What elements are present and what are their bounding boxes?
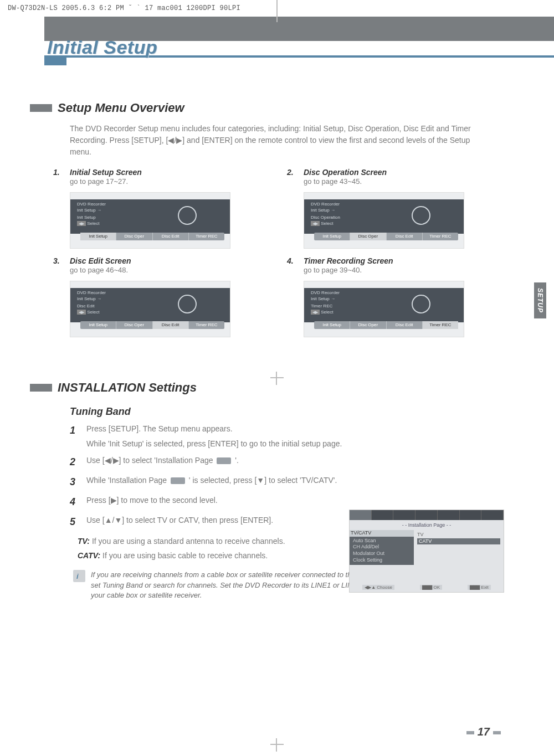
screen-title: Disc Edit Screen [70,256,131,265]
thumb-sublabel: Disc Operation [311,215,340,220]
thumbnail-disc-edit: DVD RecorderInit Setup → Disc Edit◀▶ Sel… [70,281,230,337]
panel-tab-icon [438,510,460,520]
crop-mark-bottom [270,738,284,752]
thumb-select-label: Select [321,310,333,315]
step-number: 3 [70,475,79,489]
step-line: Press [SETUP]. The Setup menu appears. [86,423,342,434]
panel-right-item: CATV [417,538,500,545]
thumb-label2: Init Setup → [311,208,335,213]
step-line: Use [◀/▶] to select 'Installation Page [86,456,215,465]
step-body: Use [◀/▶] to select 'Installation Page '… [86,455,239,469]
step-number: 5 [70,515,79,529]
thumb-label: DVD Recorder [311,290,340,295]
screen-title: Timer Recording Screen [304,256,393,265]
thumb-tab: Timer REC [189,321,224,329]
thumb-sublabel: Disc Edit [77,304,95,308]
step-line: ' is selected, press [▼] to select 'TV/C… [187,476,337,485]
subsection-tuning-band: Tuning Band [70,406,501,418]
thumb-sublabel: Timer REC [311,304,332,308]
catv-label: CATV: [78,551,100,560]
installation-page-icon [171,477,185,484]
panel-tab-icon [372,510,394,520]
screen-subtitle: go to page 43~45. [304,177,501,187]
step-line: While 'Installation Page [86,476,169,485]
thumb-tab: Init Setup [80,233,116,240]
thumb-tab: Disc Edit [153,321,189,329]
panel-right-list: TV CATV [414,530,504,565]
page-number: 17 [463,726,504,738]
thumb-tab: Disc Oper [116,233,152,240]
thumbnail-init-setup: DVD RecorderInit Setup → Init Setup◀▶ Se… [70,192,230,249]
thumb-label: DVD Recorder [311,202,340,207]
section-title-installation: INSTALLATION Settings [58,380,197,395]
thumb-tab: Timer REC [423,321,458,329]
section-bar [30,104,52,112]
screen-title: Initial Setup Screen [70,168,142,177]
thumbnail-disc-operation: DVD RecorderInit Setup → Disc Operation◀… [304,192,464,249]
thumb-icon [178,206,197,225]
panel-tab-strip [350,510,504,520]
installation-page-icon [217,457,231,464]
step-number: 4 [70,495,79,509]
thumb-label2: Init Setup → [311,296,335,301]
thumb-label2: Init Setup → [77,296,101,301]
thumb-select-label: Select [87,221,99,226]
panel-left-item: Auto Scan [353,538,411,544]
thumb-tab: Timer REC [189,233,224,240]
thumb-sublabel: Init Setup [77,215,96,220]
panel-left-item: Modulator Out [353,551,411,557]
panel-foot-exit: ▇▇▇ Exit [468,585,491,590]
thumb-tab: Disc Oper [350,321,386,329]
panel-left-item: TV/CATV [350,530,414,537]
panel-tab-icon [393,510,416,520]
thumb-tab: Init Setup [314,321,350,329]
thumb-tabs: Init Setup Disc Oper Disc Edit Timer REC [314,233,458,240]
chapter-header: Initial Setup [0,40,554,79]
thumb-tabs: Init Setup Disc Oper Disc Edit Timer REC [80,321,224,329]
thumb-tab: Timer REC [423,233,458,240]
step-number: 1 [70,423,79,449]
thumb-tab: Disc Oper [116,321,152,329]
crop-mark-top [276,0,278,22]
thumb-label2: Init Setup → [77,208,101,213]
thumb-tab: Init Setup [80,321,116,329]
panel-footer: ◀▶▲ Choose ▇▇▇ OK ▇▇▇ Exit [350,585,504,590]
center-crop-mark [270,372,284,385]
thumb-tab: Disc Oper [350,233,386,240]
thumbnail-timer-rec: DVD RecorderInit Setup → Timer REC◀▶ Sel… [304,281,464,337]
panel-tab-icon [481,510,504,520]
screen-subtitle: go to page 39~40. [304,265,501,275]
panel-right-item: TV [417,532,500,538]
thumb-tabs: Init Setup Disc Oper Disc Edit Timer REC [314,321,458,329]
thumb-select-label: Select [87,310,99,315]
panel-tab-icon [460,510,482,520]
panel-left-item: Clock Setting [353,557,411,564]
thumb-select-label: Select [321,221,333,226]
thumb-tabs: Init Setup Disc Oper Disc Edit Timer REC [80,233,224,240]
thumb-icon [412,206,430,225]
panel-foot-ok: ▇▇▇ OK [420,585,442,590]
screen-num: 2. [287,168,297,177]
panel-tab-icon [416,510,438,520]
panel-left-item: CH Add/Del [353,544,411,551]
panel-left-list: TV/CATV Auto Scan CH Add/Del Modulator O… [350,530,414,565]
thumb-label: DVD Recorder [77,290,106,295]
overview-body: The DVD Recorder Setup menu includes fou… [70,123,492,158]
screen-num: 4. [287,256,297,265]
chapter-title: Initial Setup [47,37,157,58]
screen-subtitle: go to page 46~48. [70,265,267,275]
thumb-label: DVD Recorder [77,202,106,207]
step-body: While 'Installation Page ' is selected, … [86,475,337,489]
screen-title: Disc Operation Screen [304,168,387,177]
screen-num: 3. [53,256,63,265]
thumb-tab: Disc Edit [387,321,423,329]
step-line: While 'Init Setup' is selected, press [E… [86,438,342,449]
section-bar [30,384,52,392]
panel-tab-icon [350,510,372,520]
info-icon [73,570,85,582]
side-tab-setup: SETUP [534,282,546,318]
tv-label: TV: [78,537,90,546]
panel-foot-choose: ◀▶▲ Choose [362,585,394,590]
step-number: 2 [70,455,79,469]
step-body: Press [SETUP]. The Setup menu appears. W… [86,423,342,449]
